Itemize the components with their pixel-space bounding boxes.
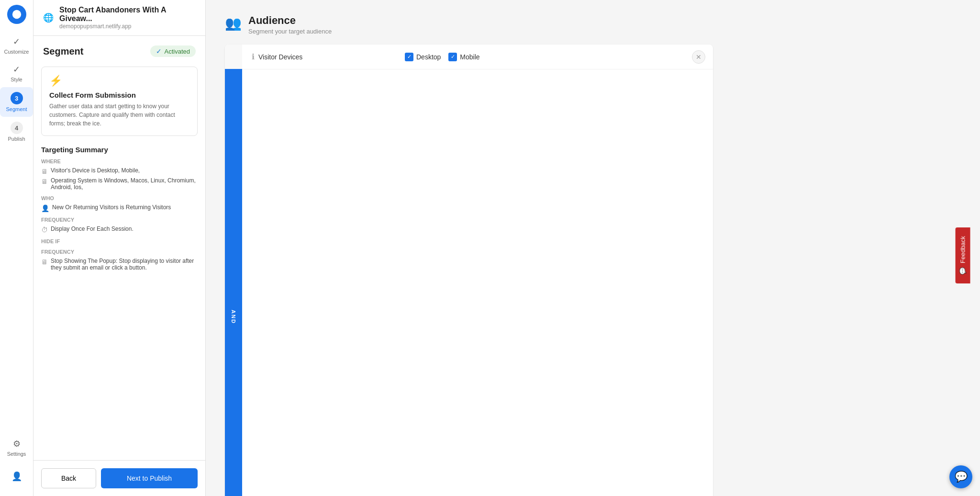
- audience-subtitle: Segment your target audience: [248, 28, 332, 35]
- and-spacer: [225, 45, 242, 69]
- visitor-devices-row: ℹ Visitor Devices ✓ Desktop ✓ Mobile ✕: [225, 45, 713, 69]
- back-button[interactable]: Back: [41, 468, 96, 488]
- audience-title: Audience: [248, 14, 332, 27]
- check-circle-icon: ✓: [156, 47, 162, 55]
- user-icon: 👤: [11, 471, 22, 482]
- hide-if-label: Hide If: [41, 238, 198, 244]
- where-item-1: 🖥 Visitor's Device is Desktop, Mobile,: [41, 167, 198, 175]
- next-to-publish-button[interactable]: Next to Publish: [101, 468, 198, 488]
- settings-icon: ⚙: [13, 439, 21, 449]
- hide-item-1: 🖥 Stop Showing The Popup: Stop displayin…: [41, 258, 198, 271]
- visitor-devices-text: Visitor Devices: [258, 53, 302, 61]
- svg-point-0: [12, 10, 21, 19]
- sidebar: 🌐 Stop Cart Abandoners With A Giveaw... …: [33, 0, 206, 496]
- segment-number: 3: [11, 92, 23, 104]
- card-description: Gather user data and start getting to kn…: [49, 102, 189, 128]
- mobile-checkbox-item[interactable]: ✓ Mobile: [448, 53, 479, 61]
- who-text-1: New Or Returning Visitors is Returning V…: [52, 204, 171, 211]
- form-card: ⚡ Collect Form Submission Gather user da…: [41, 67, 198, 136]
- where-item-2: 🖥 Operating System is Windows, Macos, Li…: [41, 177, 198, 191]
- feedback-button[interactable]: 💬 Feedback: [955, 227, 970, 283]
- audience-icon: 👥: [225, 15, 242, 31]
- nav-item-segment[interactable]: 3 Segment: [0, 87, 33, 117]
- feedback-container: 💬 Feedback: [955, 227, 970, 283]
- main-content: 👥 Audience Segment your target audience …: [206, 0, 980, 496]
- feedback-label: Feedback: [959, 236, 966, 263]
- visitor-devices-actions: ✕: [684, 45, 713, 69]
- left-navigation: ✓ Customize ✓ Style 3 Segment 4 Publish …: [0, 0, 33, 496]
- top-bar: 🌐 Stop Cart Abandoners With A Giveaw... …: [33, 0, 205, 36]
- desktop-label: Desktop: [416, 53, 441, 61]
- targeting-summary-title: Targeting Summary: [41, 146, 198, 154]
- computer-icon: 🖥: [41, 178, 48, 185]
- hide-text-1: Stop Showing The Popup: Stop displaying …: [51, 258, 198, 271]
- feedback-icon: 💬: [959, 267, 966, 275]
- sidebar-title: Segment: [43, 46, 83, 57]
- nav-label-settings: Settings: [7, 451, 26, 457]
- targeting-summary: Targeting Summary WHERE 🖥 Visitor's Devi…: [41, 146, 198, 273]
- info-icon-1: ℹ: [252, 52, 255, 61]
- where-text-1: Visitor's Device is Desktop, Mobile,: [51, 167, 140, 174]
- desktop-checkbox[interactable]: ✓: [405, 53, 413, 61]
- nav-bottom: ⚙ Settings 👤: [7, 434, 26, 496]
- nav-label-style: Style: [11, 77, 22, 82]
- chat-button[interactable]: 💬: [949, 465, 972, 488]
- chat-icon: 💬: [955, 471, 968, 483]
- page-url: demopopupsmart.netlify.app: [59, 23, 196, 30]
- who-label: WHO: [41, 195, 198, 201]
- visitor-devices-content: ✓ Desktop ✓ Mobile: [395, 45, 684, 69]
- globe-icon: 🌐: [43, 12, 54, 23]
- hide-frequency-label: FREQUENCY: [41, 249, 198, 255]
- nav-item-customize[interactable]: ✓ Customize: [0, 32, 33, 59]
- visitor-devices-label: ℹ Visitor Devices: [242, 45, 395, 69]
- stop-icon: 🖥: [41, 258, 48, 266]
- nav-label-segment: Segment: [6, 106, 27, 112]
- who-item-1: 👤 New Or Returning Visitors is Returning…: [41, 204, 198, 212]
- audience-card: ℹ Visitor Devices ✓ Desktop ✓ Mobile ✕: [225, 45, 713, 496]
- frequency-item-1: ⏱ Display Once For Each Session.: [41, 225, 198, 234]
- where-text-2: Operating System is Windows, Macos, Linu…: [51, 177, 198, 191]
- clock-icon: ⏱: [41, 226, 48, 234]
- person-icon: 👤: [41, 204, 49, 212]
- nav-item-settings[interactable]: ⚙ Settings: [7, 434, 26, 462]
- activated-badge: ✓ Activated: [150, 45, 196, 57]
- sidebar-footer: Back Next to Publish: [33, 460, 205, 496]
- and-divider-1: AND: [225, 69, 713, 496]
- publish-number: 4: [11, 122, 23, 134]
- visitor-devices-remove[interactable]: ✕: [692, 50, 705, 64]
- nav-label-customize: Customize: [4, 49, 29, 55]
- style-icon: ✓: [13, 64, 20, 75]
- monitor-icon: 🖥: [41, 168, 48, 175]
- and-bar-1: AND: [225, 69, 242, 496]
- nav-label-publish: Publish: [8, 136, 25, 142]
- nav-item-publish[interactable]: 4 Publish: [0, 117, 33, 147]
- frequency-label: FREQUENCY: [41, 217, 198, 223]
- customize-icon: ✓: [13, 36, 20, 47]
- audience-section-header: 👥 Audience Segment your target audience: [225, 14, 713, 35]
- mobile-label: Mobile: [460, 53, 479, 61]
- nav-item-user[interactable]: 👤: [7, 466, 26, 486]
- desktop-checkbox-item[interactable]: ✓ Desktop: [405, 53, 441, 61]
- nav-item-style[interactable]: ✓ Style: [0, 59, 33, 87]
- frequency-text-1: Display Once For Each Session.: [51, 225, 134, 232]
- activated-label: Activated: [165, 48, 190, 55]
- sidebar-header: Segment ✓ Activated: [33, 36, 205, 62]
- card-title: Collect Form Submission: [49, 91, 189, 99]
- lightning-icon: ⚡: [49, 75, 189, 87]
- page-title: Stop Cart Abandoners With A Giveaw...: [59, 6, 196, 23]
- mobile-checkbox[interactable]: ✓: [448, 53, 457, 61]
- where-label: WHERE: [41, 158, 198, 164]
- app-logo[interactable]: [7, 5, 26, 24]
